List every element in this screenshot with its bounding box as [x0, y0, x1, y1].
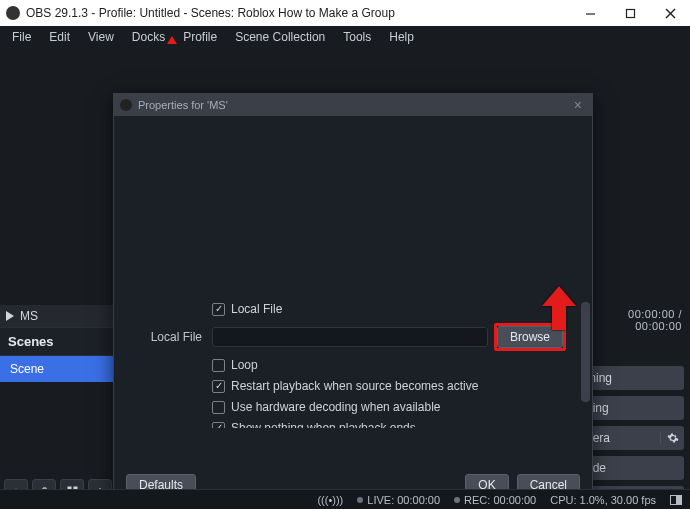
loop-label: Loop [231, 358, 258, 372]
restart-label: Restart playback when source becomes act… [231, 379, 478, 393]
window-title: OBS 29.1.3 - Profile: Untitled - Scenes:… [26, 6, 395, 20]
menu-file[interactable]: File [4, 28, 39, 46]
gear-icon[interactable] [660, 432, 684, 444]
form-area: Local File Local File Browse [114, 302, 578, 428]
scrollbar-thumb[interactable] [581, 302, 590, 402]
dialog-titlebar: Properties for 'MS' × [114, 94, 592, 116]
menu-tools[interactable]: Tools [335, 28, 379, 46]
properties-dialog: Properties for 'MS' × Local File Local F… [113, 93, 593, 505]
recording-button[interactable]: ding [578, 396, 684, 420]
hwdecode-label: Use hardware decoding when available [231, 400, 440, 414]
streaming-button[interactable]: ming [578, 366, 684, 390]
shownothing-label: Show nothing when playback ends [231, 421, 416, 428]
status-bar: (((•))) LIVE: 00:00:00 REC: 00:00:00 CPU… [0, 489, 690, 509]
scenes-header: Scenes [0, 327, 116, 356]
menu-profile[interactable]: Profile [175, 28, 225, 46]
network-icon: (((•))) [317, 494, 343, 506]
restart-checkbox[interactable] [212, 380, 225, 393]
right-panel: 00:00:00 / 00:00:00 ming ding nera ode S… [578, 294, 684, 509]
dialog-title: Properties for 'MS' [138, 99, 228, 111]
preview-source-row[interactable]: MS [0, 305, 116, 327]
svg-rect-1 [626, 9, 634, 17]
minimize-button[interactable] [570, 0, 610, 26]
studio-mode-button[interactable]: ode [578, 456, 684, 480]
preview-source-label: MS [20, 309, 38, 323]
status-rec: REC: 00:00:00 [464, 494, 536, 506]
browse-button[interactable]: Browse [497, 326, 563, 348]
loop-checkbox[interactable] [212, 359, 225, 372]
local-file-chk-label: Local File [231, 302, 282, 316]
menu-docks[interactable]: Docks [124, 28, 173, 46]
play-icon [6, 311, 14, 321]
main-area: MS Scenes Scene 00:00:00 / 00:00:00 ming… [0, 48, 690, 509]
hwdecode-checkbox[interactable] [212, 401, 225, 414]
dialog-close-button[interactable]: × [570, 97, 586, 113]
status-cpu: CPU: 1.0%, 30.00 fps [550, 494, 656, 506]
svg-rect-8 [676, 495, 682, 504]
dialog-icon [120, 99, 132, 111]
menu-help[interactable]: Help [381, 28, 422, 46]
shownothing-checkbox[interactable] [212, 422, 225, 429]
app-window: OBS 29.1.3 - Profile: Untitled - Scenes:… [0, 0, 690, 509]
left-panel: MS Scenes Scene [0, 305, 116, 477]
local-file-label: Local File [126, 330, 212, 344]
menu-bar: File Edit View Docks Profile Scene Colle… [0, 26, 690, 48]
close-button[interactable] [650, 0, 690, 26]
timecode-cur: 00:00:00 [628, 308, 675, 320]
menu-scene-collection[interactable]: Scene Collection [227, 28, 333, 46]
maximize-button[interactable] [610, 0, 650, 26]
scene-item[interactable]: Scene [0, 356, 116, 382]
menu-edit[interactable]: Edit [41, 28, 78, 46]
timecode-total: 00:00:00 [635, 320, 682, 332]
local-file-input[interactable] [212, 327, 488, 347]
local-file-checkbox[interactable] [212, 303, 225, 316]
virtual-camera-button[interactable]: nera [578, 426, 684, 450]
timecode: 00:00:00 / 00:00:00 [578, 294, 684, 336]
app-icon [6, 6, 20, 20]
title-bar: OBS 29.1.3 - Profile: Untitled - Scenes:… [0, 0, 690, 26]
dialog-body: Local File Local File Browse [114, 116, 592, 466]
status-live: LIVE: 00:00:00 [367, 494, 440, 506]
dock-icon[interactable] [670, 495, 682, 505]
menu-view[interactable]: View [80, 28, 122, 46]
